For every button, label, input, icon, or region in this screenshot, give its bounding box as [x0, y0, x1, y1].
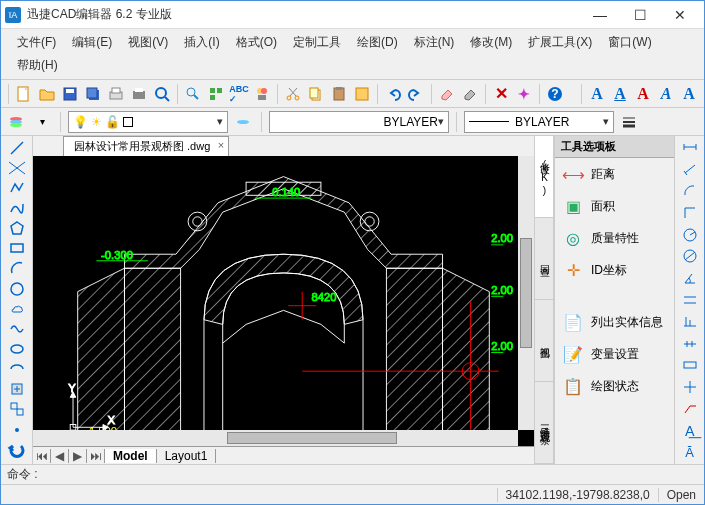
- ellipse-arc-icon[interactable]: [5, 360, 29, 379]
- palette-tab-3dorbit[interactable]: 三维动态观察: [535, 382, 553, 464]
- palette-item-list[interactable]: 📄列出实体信息: [555, 306, 674, 338]
- palette-item-distance[interactable]: ⟷距离: [555, 158, 674, 190]
- textstyle-a3[interactable]: A: [632, 83, 654, 105]
- paste-icon[interactable]: [328, 83, 350, 105]
- copy-icon[interactable]: [305, 83, 327, 105]
- command-bar[interactable]: 命令 :: [1, 464, 704, 484]
- polyline-icon[interactable]: [5, 178, 29, 197]
- eraser-icon[interactable]: [436, 83, 458, 105]
- vertical-scrollbar[interactable]: [518, 156, 534, 430]
- close-button[interactable]: ✕: [660, 2, 700, 28]
- spline2-icon[interactable]: [5, 319, 29, 338]
- horizontal-scrollbar[interactable]: [33, 430, 518, 446]
- center-mark-icon[interactable]: [678, 378, 702, 397]
- leader-icon[interactable]: [678, 400, 702, 419]
- spline-icon[interactable]: [5, 198, 29, 217]
- palette-item-setvar[interactable]: 📝变量设置: [555, 338, 674, 370]
- layout-next-icon[interactable]: ▶: [69, 449, 87, 463]
- redo-icon[interactable]: [405, 83, 427, 105]
- arc-icon[interactable]: [5, 259, 29, 278]
- menu-help[interactable]: 帮助(H): [9, 54, 66, 77]
- menu-dimension[interactable]: 标注(N): [406, 31, 463, 54]
- linetype-combo[interactable]: BYLAYER: [269, 111, 449, 133]
- line-icon[interactable]: [5, 138, 29, 157]
- dim-quick-icon[interactable]: [678, 291, 702, 310]
- rectangle-icon[interactable]: [5, 239, 29, 258]
- circle-icon[interactable]: [5, 279, 29, 298]
- saveall-icon[interactable]: [82, 83, 104, 105]
- textstyle-a4[interactable]: A: [655, 83, 677, 105]
- layer-prev-icon[interactable]: [232, 111, 254, 133]
- lineweight-combo[interactable]: BYLAYER: [464, 111, 614, 133]
- batch-icon[interactable]: [205, 83, 227, 105]
- layout-tab-model[interactable]: Model: [105, 449, 157, 463]
- find-icon[interactable]: [182, 83, 204, 105]
- palette-item-idpoint[interactable]: ✛ID坐标: [555, 254, 674, 286]
- menu-format[interactable]: 格式(O): [228, 31, 285, 54]
- palette-tab-modify[interactable]: 修改(K): [535, 136, 553, 218]
- save-icon[interactable]: [59, 83, 81, 105]
- palette-tab-inquiry[interactable]: 同查: [535, 218, 553, 300]
- layer-manager-icon[interactable]: [5, 111, 27, 133]
- drawing-canvas[interactable]: -0.300 0.140 8420 -1.500 2.00 2.00 2.00: [33, 156, 534, 446]
- dim-radius-icon[interactable]: [678, 225, 702, 244]
- layer-combo[interactable]: 💡☀🔓: [68, 111, 228, 133]
- dim-edit-icon[interactable]: A͟: [678, 421, 702, 440]
- palette-item-massprops[interactable]: ◎质量特性: [555, 222, 674, 254]
- textstyle-a1[interactable]: A: [586, 83, 608, 105]
- menu-file[interactable]: 文件(F): [9, 31, 64, 54]
- make-block-icon[interactable]: [5, 400, 29, 419]
- matchprop-icon[interactable]: [351, 83, 373, 105]
- dim-baseline-icon[interactable]: [678, 312, 702, 331]
- dim-tedit-icon[interactable]: Ā: [678, 443, 702, 462]
- revcloud-icon[interactable]: [5, 299, 29, 318]
- new-icon[interactable]: [13, 83, 35, 105]
- menu-draw[interactable]: 绘图(D): [349, 31, 406, 54]
- minimize-button[interactable]: —: [580, 2, 620, 28]
- xline-icon[interactable]: [5, 158, 29, 177]
- dim-ordinate-icon[interactable]: [678, 203, 702, 222]
- layout-first-icon[interactable]: ⏮: [33, 449, 51, 463]
- help-icon[interactable]: ?: [544, 83, 566, 105]
- layer-states-icon[interactable]: ▾: [31, 111, 53, 133]
- palette-item-status[interactable]: 📋绘图状态: [555, 370, 674, 402]
- oops-icon[interactable]: [459, 83, 481, 105]
- print-icon[interactable]: [128, 83, 150, 105]
- menu-extend[interactable]: 扩展工具(X): [520, 31, 600, 54]
- purge-icon[interactable]: ✦: [513, 83, 535, 105]
- spellcheck-icon[interactable]: ABC✓: [228, 83, 250, 105]
- ellipse-icon[interactable]: [5, 339, 29, 358]
- dim-diameter-icon[interactable]: [678, 247, 702, 266]
- menu-insert[interactable]: 插入(I): [176, 31, 227, 54]
- open-icon[interactable]: [36, 83, 58, 105]
- textstyle-a5[interactable]: A: [678, 83, 700, 105]
- dim-angular-icon[interactable]: [678, 269, 702, 288]
- lineweight-icon[interactable]: [618, 111, 640, 133]
- plot-icon[interactable]: [105, 83, 127, 105]
- layout-last-icon[interactable]: ⏭: [87, 449, 105, 463]
- dim-arc-icon[interactable]: [678, 182, 702, 201]
- dim-aligned-icon[interactable]: [678, 160, 702, 179]
- dim-continue-icon[interactable]: [678, 334, 702, 353]
- insert-block-icon[interactable]: [5, 380, 29, 399]
- dim-linear-icon[interactable]: [678, 138, 702, 157]
- palette-tab-view[interactable]: 视图: [535, 300, 553, 382]
- point-icon[interactable]: [5, 420, 29, 439]
- polygon-icon[interactable]: [5, 219, 29, 238]
- layout-prev-icon[interactable]: ◀: [51, 449, 69, 463]
- delete-icon[interactable]: ✕: [490, 83, 512, 105]
- cut-icon[interactable]: [282, 83, 304, 105]
- menu-view[interactable]: 视图(V): [120, 31, 176, 54]
- menu-edit[interactable]: 编辑(E): [64, 31, 120, 54]
- back-icon[interactable]: [5, 440, 29, 462]
- undo-icon[interactable]: [382, 83, 404, 105]
- menu-custom-tools[interactable]: 定制工具: [285, 31, 349, 54]
- document-tab[interactable]: 园林设计常用景观桥图 .dwg: [63, 136, 229, 156]
- tolerance-icon[interactable]: [678, 356, 702, 375]
- maximize-button[interactable]: ☐: [620, 2, 660, 28]
- palette-item-area[interactable]: ▣面积: [555, 190, 674, 222]
- textstyle-a2[interactable]: A: [609, 83, 631, 105]
- menu-window[interactable]: 窗口(W): [600, 31, 659, 54]
- layout-tab-1[interactable]: Layout1: [157, 449, 217, 463]
- audit-icon[interactable]: [251, 83, 273, 105]
